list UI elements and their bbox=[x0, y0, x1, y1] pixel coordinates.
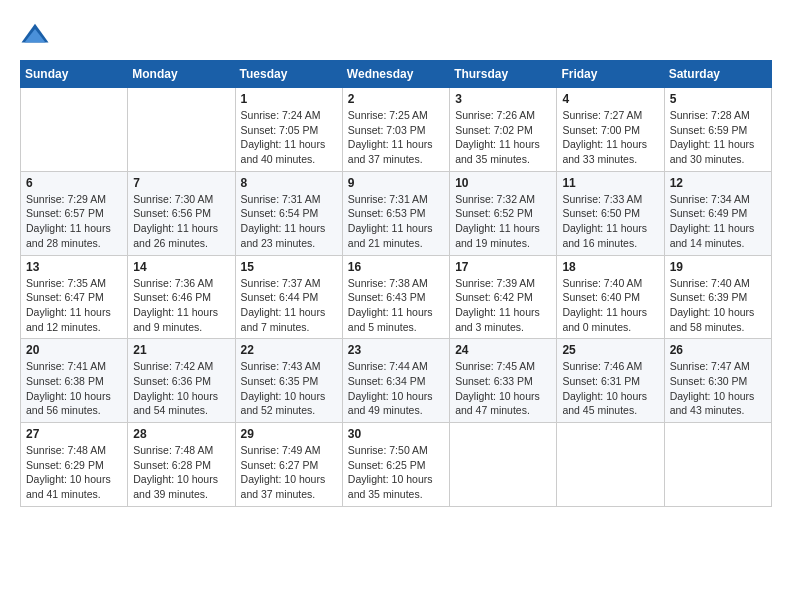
calendar-cell: 29Sunrise: 7:49 AM Sunset: 6:27 PM Dayli… bbox=[235, 423, 342, 507]
day-info: Sunrise: 7:32 AM Sunset: 6:52 PM Dayligh… bbox=[455, 192, 551, 251]
calendar-cell: 8Sunrise: 7:31 AM Sunset: 6:54 PM Daylig… bbox=[235, 171, 342, 255]
day-info: Sunrise: 7:31 AM Sunset: 6:54 PM Dayligh… bbox=[241, 192, 337, 251]
day-info: Sunrise: 7:33 AM Sunset: 6:50 PM Dayligh… bbox=[562, 192, 658, 251]
calendar-cell: 1Sunrise: 7:24 AM Sunset: 7:05 PM Daylig… bbox=[235, 88, 342, 172]
calendar-cell: 22Sunrise: 7:43 AM Sunset: 6:35 PM Dayli… bbox=[235, 339, 342, 423]
day-number: 27 bbox=[26, 427, 122, 441]
day-info: Sunrise: 7:47 AM Sunset: 6:30 PM Dayligh… bbox=[670, 359, 766, 418]
day-info: Sunrise: 7:36 AM Sunset: 6:46 PM Dayligh… bbox=[133, 276, 229, 335]
calendar-cell: 30Sunrise: 7:50 AM Sunset: 6:25 PM Dayli… bbox=[342, 423, 449, 507]
day-number: 9 bbox=[348, 176, 444, 190]
day-number: 25 bbox=[562, 343, 658, 357]
day-number: 22 bbox=[241, 343, 337, 357]
calendar-header-saturday: Saturday bbox=[664, 61, 771, 88]
day-info: Sunrise: 7:34 AM Sunset: 6:49 PM Dayligh… bbox=[670, 192, 766, 251]
calendar-cell: 28Sunrise: 7:48 AM Sunset: 6:28 PM Dayli… bbox=[128, 423, 235, 507]
calendar-cell: 11Sunrise: 7:33 AM Sunset: 6:50 PM Dayli… bbox=[557, 171, 664, 255]
day-number: 26 bbox=[670, 343, 766, 357]
calendar-cell bbox=[21, 88, 128, 172]
day-info: Sunrise: 7:37 AM Sunset: 6:44 PM Dayligh… bbox=[241, 276, 337, 335]
day-info: Sunrise: 7:26 AM Sunset: 7:02 PM Dayligh… bbox=[455, 108, 551, 167]
day-number: 29 bbox=[241, 427, 337, 441]
calendar-cell: 4Sunrise: 7:27 AM Sunset: 7:00 PM Daylig… bbox=[557, 88, 664, 172]
day-number: 15 bbox=[241, 260, 337, 274]
logo bbox=[20, 20, 54, 50]
calendar-cell: 16Sunrise: 7:38 AM Sunset: 6:43 PM Dayli… bbox=[342, 255, 449, 339]
day-number: 11 bbox=[562, 176, 658, 190]
calendar-cell: 10Sunrise: 7:32 AM Sunset: 6:52 PM Dayli… bbox=[450, 171, 557, 255]
day-number: 3 bbox=[455, 92, 551, 106]
calendar-week-5: 27Sunrise: 7:48 AM Sunset: 6:29 PM Dayli… bbox=[21, 423, 772, 507]
day-number: 30 bbox=[348, 427, 444, 441]
calendar-cell: 2Sunrise: 7:25 AM Sunset: 7:03 PM Daylig… bbox=[342, 88, 449, 172]
day-number: 13 bbox=[26, 260, 122, 274]
day-number: 2 bbox=[348, 92, 444, 106]
day-number: 18 bbox=[562, 260, 658, 274]
day-info: Sunrise: 7:42 AM Sunset: 6:36 PM Dayligh… bbox=[133, 359, 229, 418]
day-info: Sunrise: 7:30 AM Sunset: 6:56 PM Dayligh… bbox=[133, 192, 229, 251]
day-info: Sunrise: 7:29 AM Sunset: 6:57 PM Dayligh… bbox=[26, 192, 122, 251]
calendar-cell: 17Sunrise: 7:39 AM Sunset: 6:42 PM Dayli… bbox=[450, 255, 557, 339]
logo-icon bbox=[20, 20, 50, 50]
page-header bbox=[20, 20, 772, 50]
calendar-cell: 18Sunrise: 7:40 AM Sunset: 6:40 PM Dayli… bbox=[557, 255, 664, 339]
calendar: SundayMondayTuesdayWednesdayThursdayFrid… bbox=[20, 60, 772, 507]
day-number: 7 bbox=[133, 176, 229, 190]
day-number: 21 bbox=[133, 343, 229, 357]
calendar-week-4: 20Sunrise: 7:41 AM Sunset: 6:38 PM Dayli… bbox=[21, 339, 772, 423]
day-info: Sunrise: 7:46 AM Sunset: 6:31 PM Dayligh… bbox=[562, 359, 658, 418]
day-info: Sunrise: 7:39 AM Sunset: 6:42 PM Dayligh… bbox=[455, 276, 551, 335]
calendar-header-wednesday: Wednesday bbox=[342, 61, 449, 88]
day-number: 5 bbox=[670, 92, 766, 106]
calendar-cell: 21Sunrise: 7:42 AM Sunset: 6:36 PM Dayli… bbox=[128, 339, 235, 423]
day-info: Sunrise: 7:43 AM Sunset: 6:35 PM Dayligh… bbox=[241, 359, 337, 418]
day-number: 20 bbox=[26, 343, 122, 357]
day-number: 14 bbox=[133, 260, 229, 274]
calendar-cell: 14Sunrise: 7:36 AM Sunset: 6:46 PM Dayli… bbox=[128, 255, 235, 339]
day-info: Sunrise: 7:40 AM Sunset: 6:40 PM Dayligh… bbox=[562, 276, 658, 335]
day-info: Sunrise: 7:48 AM Sunset: 6:28 PM Dayligh… bbox=[133, 443, 229, 502]
calendar-header-tuesday: Tuesday bbox=[235, 61, 342, 88]
calendar-header-sunday: Sunday bbox=[21, 61, 128, 88]
day-info: Sunrise: 7:35 AM Sunset: 6:47 PM Dayligh… bbox=[26, 276, 122, 335]
calendar-cell: 27Sunrise: 7:48 AM Sunset: 6:29 PM Dayli… bbox=[21, 423, 128, 507]
day-number: 12 bbox=[670, 176, 766, 190]
day-info: Sunrise: 7:49 AM Sunset: 6:27 PM Dayligh… bbox=[241, 443, 337, 502]
day-number: 16 bbox=[348, 260, 444, 274]
calendar-cell: 6Sunrise: 7:29 AM Sunset: 6:57 PM Daylig… bbox=[21, 171, 128, 255]
calendar-cell: 3Sunrise: 7:26 AM Sunset: 7:02 PM Daylig… bbox=[450, 88, 557, 172]
day-info: Sunrise: 7:44 AM Sunset: 6:34 PM Dayligh… bbox=[348, 359, 444, 418]
calendar-cell: 23Sunrise: 7:44 AM Sunset: 6:34 PM Dayli… bbox=[342, 339, 449, 423]
calendar-week-2: 6Sunrise: 7:29 AM Sunset: 6:57 PM Daylig… bbox=[21, 171, 772, 255]
calendar-cell: 13Sunrise: 7:35 AM Sunset: 6:47 PM Dayli… bbox=[21, 255, 128, 339]
calendar-header-monday: Monday bbox=[128, 61, 235, 88]
calendar-cell: 26Sunrise: 7:47 AM Sunset: 6:30 PM Dayli… bbox=[664, 339, 771, 423]
calendar-cell: 9Sunrise: 7:31 AM Sunset: 6:53 PM Daylig… bbox=[342, 171, 449, 255]
day-info: Sunrise: 7:50 AM Sunset: 6:25 PM Dayligh… bbox=[348, 443, 444, 502]
day-number: 4 bbox=[562, 92, 658, 106]
day-number: 10 bbox=[455, 176, 551, 190]
day-number: 23 bbox=[348, 343, 444, 357]
day-number: 28 bbox=[133, 427, 229, 441]
calendar-cell: 5Sunrise: 7:28 AM Sunset: 6:59 PM Daylig… bbox=[664, 88, 771, 172]
day-info: Sunrise: 7:45 AM Sunset: 6:33 PM Dayligh… bbox=[455, 359, 551, 418]
calendar-cell: 19Sunrise: 7:40 AM Sunset: 6:39 PM Dayli… bbox=[664, 255, 771, 339]
calendar-cell bbox=[664, 423, 771, 507]
calendar-cell: 24Sunrise: 7:45 AM Sunset: 6:33 PM Dayli… bbox=[450, 339, 557, 423]
day-info: Sunrise: 7:25 AM Sunset: 7:03 PM Dayligh… bbox=[348, 108, 444, 167]
day-info: Sunrise: 7:28 AM Sunset: 6:59 PM Dayligh… bbox=[670, 108, 766, 167]
day-info: Sunrise: 7:41 AM Sunset: 6:38 PM Dayligh… bbox=[26, 359, 122, 418]
day-number: 8 bbox=[241, 176, 337, 190]
day-info: Sunrise: 7:40 AM Sunset: 6:39 PM Dayligh… bbox=[670, 276, 766, 335]
calendar-cell bbox=[557, 423, 664, 507]
day-number: 19 bbox=[670, 260, 766, 274]
calendar-header-row: SundayMondayTuesdayWednesdayThursdayFrid… bbox=[21, 61, 772, 88]
day-info: Sunrise: 7:48 AM Sunset: 6:29 PM Dayligh… bbox=[26, 443, 122, 502]
calendar-cell: 15Sunrise: 7:37 AM Sunset: 6:44 PM Dayli… bbox=[235, 255, 342, 339]
day-number: 1 bbox=[241, 92, 337, 106]
day-number: 24 bbox=[455, 343, 551, 357]
calendar-week-3: 13Sunrise: 7:35 AM Sunset: 6:47 PM Dayli… bbox=[21, 255, 772, 339]
day-info: Sunrise: 7:31 AM Sunset: 6:53 PM Dayligh… bbox=[348, 192, 444, 251]
calendar-cell: 7Sunrise: 7:30 AM Sunset: 6:56 PM Daylig… bbox=[128, 171, 235, 255]
calendar-cell bbox=[450, 423, 557, 507]
